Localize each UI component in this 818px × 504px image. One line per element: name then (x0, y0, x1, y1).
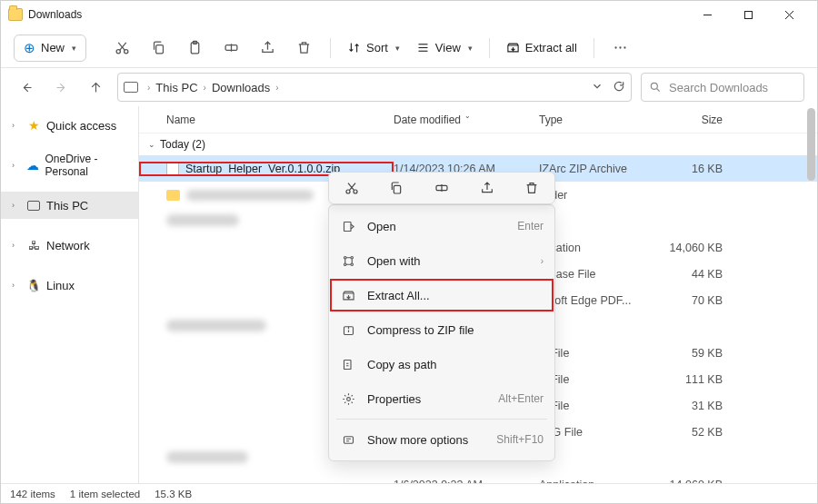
chevron-down-icon: ▾ (395, 44, 400, 53)
chevron-right-icon: › (273, 83, 281, 93)
refresh-button[interactable] (613, 80, 625, 95)
chevron-right-icon: › (201, 83, 209, 93)
open-with-icon (340, 254, 356, 268)
chevron-right-icon: › (12, 201, 21, 210)
menu-item-compress[interactable]: Compress to ZIP file (329, 312, 554, 347)
sort-button[interactable]: Sort ▾ (342, 33, 405, 64)
menu-item-show-more[interactable]: Show more options Shift+F10 (329, 422, 554, 457)
col-date[interactable]: Date modified⌄ (394, 114, 539, 126)
sidebar-item-label: OneDrive - Personal (45, 153, 138, 178)
chevron-right-icon: › (12, 241, 21, 250)
context-menu: Open Enter Open with › Extract All... Co… (328, 204, 555, 461)
minimize-button[interactable] (687, 1, 728, 28)
cut-button[interactable] (336, 175, 367, 201)
pc-icon (124, 82, 138, 93)
more-button[interactable] (605, 33, 636, 64)
col-size[interactable]: Size (657, 114, 739, 126)
menu-item-open-with[interactable]: Open with › (329, 243, 554, 278)
folder-icon (8, 8, 23, 21)
network-icon: 🖧 (26, 238, 41, 252)
svg-line-18 (657, 89, 660, 92)
navigation-row: › This PC › Downloads › Search Downloads (1, 68, 817, 106)
svg-rect-6 (155, 45, 163, 54)
chevron-right-icon: › (12, 161, 20, 170)
delete-button[interactable] (516, 175, 547, 201)
back-button[interactable] (14, 74, 39, 100)
share-button[interactable] (472, 175, 503, 201)
window-controls (687, 1, 810, 28)
file-icon (166, 162, 179, 176)
menu-item-extract-all[interactable]: Extract All... (329, 278, 554, 312)
delete-button[interactable] (288, 33, 319, 64)
file-row[interactable]: 1/6/2023 9:23 AMApplication14,060 KB (139, 471, 817, 483)
col-name[interactable]: Name (139, 114, 394, 126)
address-bar[interactable]: › This PC › Downloads › (117, 73, 632, 102)
chevron-right-icon: › (541, 256, 544, 266)
svg-rect-30 (344, 360, 351, 369)
group-label: Today (2) (160, 138, 205, 151)
plus-icon: ⊕ (24, 40, 35, 56)
extract-icon (506, 41, 520, 54)
paste-button[interactable] (179, 33, 210, 64)
breadcrumb-seg[interactable]: Downloads (212, 81, 270, 94)
close-button[interactable] (769, 1, 810, 28)
sort-label: Sort (366, 41, 388, 54)
scrollbar[interactable] (807, 108, 815, 181)
maximize-button[interactable] (728, 1, 769, 28)
properties-icon (340, 392, 356, 406)
svg-point-25 (344, 256, 346, 259)
svg-point-27 (344, 263, 346, 266)
file-name: Startup_Helper_Ver.0.1.0.0.zip (185, 163, 340, 175)
chevron-right-icon: › (12, 121, 21, 130)
status-bar: 142 items 1 item selected 15.3 KB (1, 483, 817, 503)
toolbar-divider (594, 38, 594, 58)
chevron-right-icon: › (145, 83, 153, 93)
svg-rect-1 (745, 11, 753, 18)
window-title: Downloads (28, 8, 82, 21)
cloud-icon: ☁ (25, 158, 39, 173)
sort-indicator-icon: ⌄ (464, 112, 471, 120)
share-button[interactable] (252, 33, 283, 64)
chevron-down-icon: ▾ (468, 44, 473, 53)
cut-button[interactable] (106, 33, 137, 64)
rename-button[interactable] (426, 175, 457, 201)
toolbar-divider (330, 38, 331, 58)
menu-item-open[interactable]: Open Enter (329, 209, 554, 243)
breadcrumb-seg[interactable]: This PC (155, 81, 197, 94)
search-icon (649, 81, 662, 94)
toolbar-divider (489, 38, 490, 58)
extract-all-label: Extract all (525, 41, 577, 54)
sidebar-item-onedrive[interactable]: › ☁ OneDrive - Personal (1, 152, 138, 179)
chevron-down-icon: ⌄ (148, 140, 155, 149)
sidebar-item-label: Linux (46, 279, 75, 292)
dropdown-button[interactable] (591, 80, 604, 95)
rename-button[interactable] (215, 33, 246, 64)
svg-point-14 (615, 46, 617, 48)
title-bar: Downloads (1, 1, 817, 28)
search-placeholder: Search Downloads (669, 81, 768, 94)
copy-button[interactable] (143, 33, 174, 64)
group-header-today[interactable]: ⌄ Today (2) (139, 133, 817, 155)
view-icon (416, 41, 430, 54)
col-type[interactable]: Type (539, 114, 657, 126)
copy-button[interactable] (381, 175, 412, 201)
forward-button[interactable] (48, 74, 74, 100)
search-input[interactable]: Search Downloads (641, 73, 804, 102)
sidebar-item-quick-access[interactable]: › ★ Quick access (1, 112, 138, 139)
sidebar-item-label: This PC (46, 199, 88, 212)
new-button[interactable]: ⊕ New ▾ (14, 35, 86, 62)
menu-item-properties[interactable]: Properties Alt+Enter (329, 381, 554, 416)
sidebar-item-network[interactable]: › 🖧 Network (1, 232, 138, 259)
linux-icon: 🐧 (26, 278, 41, 292)
svg-point-15 (620, 46, 622, 48)
sidebar-item-this-pc[interactable]: › This PC (1, 192, 138, 219)
up-button[interactable] (83, 74, 108, 100)
column-headers[interactable]: Name Date modified⌄ Type Size (139, 106, 817, 133)
extract-all-button[interactable]: Extract all (501, 33, 583, 64)
star-icon: ★ (26, 118, 41, 133)
copy-path-icon (340, 358, 356, 371)
sidebar-item-linux[interactable]: › 🐧 Linux (1, 272, 138, 299)
view-button[interactable]: View ▾ (411, 33, 478, 64)
menu-item-copy-path[interactable]: Copy as path (329, 347, 554, 381)
command-toolbar: ⊕ New ▾ Sort ▾ View ▾ Extract all (1, 28, 817, 68)
